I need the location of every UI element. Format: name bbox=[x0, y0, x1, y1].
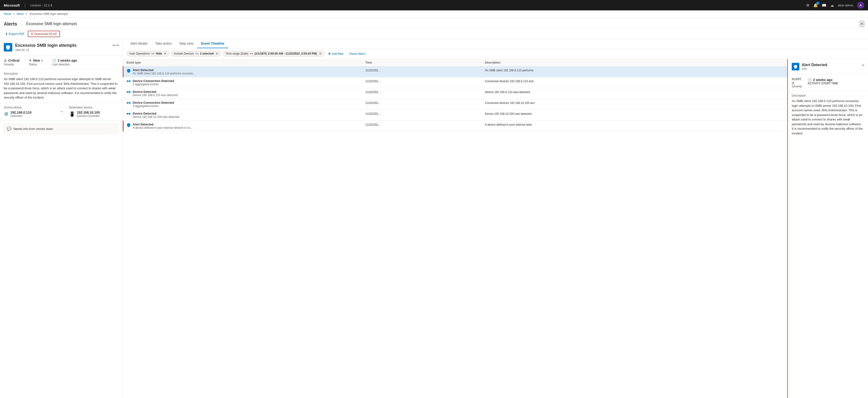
user-avatar[interactable]: A bbox=[857, 2, 864, 9]
alert-shield-icon: ! bbox=[4, 43, 12, 52]
download-pcap-button[interactable]: ⬇ Download PCAP bbox=[28, 31, 60, 37]
arrow-right-icon: → bbox=[59, 109, 63, 114]
filter-user-ops-close-icon[interactable]: ✕ bbox=[164, 52, 167, 56]
detail-desc-label: Description bbox=[792, 94, 864, 97]
detail-severity-sub: Severity bbox=[792, 85, 802, 88]
source-type: Unknown bbox=[10, 114, 32, 118]
filter-chip-time-range[interactable]: Time range (Date) == (1/1/1970, 2:00:00 … bbox=[223, 51, 324, 56]
description-section: Description An SMB client 192.168.0.110 … bbox=[0, 69, 123, 103]
detail-desc-text: An SMB client 192.168.0.110 performs exc… bbox=[792, 99, 864, 136]
destination-ip: 192.168.10.100 bbox=[77, 111, 100, 114]
filter-devices-val: 2 selected bbox=[200, 52, 214, 55]
brand-name: Microsoft bbox=[4, 3, 20, 7]
tab-alert-details[interactable]: Alert details bbox=[127, 39, 151, 48]
destination-type: Domain Controller bbox=[77, 114, 100, 118]
action-bar: ⬇ Export PDF ⬇ Download PCAP bbox=[0, 29, 868, 39]
svg-rect-11 bbox=[127, 113, 128, 115]
col-header-event-type: Event type bbox=[127, 61, 365, 64]
filter-time-close-icon[interactable]: ✕ bbox=[319, 52, 322, 56]
add-filter-button[interactable]: ✚ Add filter bbox=[326, 51, 346, 56]
event-sub: Device 192.168.0.110 was detected bbox=[133, 93, 178, 97]
status-value: New bbox=[33, 59, 40, 62]
destination-device-label: Destination device bbox=[69, 106, 119, 109]
tab-map-view[interactable]: Map view bbox=[176, 39, 197, 48]
status-icon: ✦ bbox=[29, 59, 32, 62]
table-row[interactable]: Device Connection Detected 3 aggregated … bbox=[123, 99, 787, 110]
clock-icon: 🕐 bbox=[52, 59, 56, 62]
event-description: Device 192.168.0.110 was detected bbox=[485, 90, 783, 94]
device-section: Source device 🖥 192.168.0.110 Unknown → … bbox=[0, 103, 123, 121]
event-time: 11/22/202... bbox=[365, 101, 485, 105]
cloud-icon[interactable]: ☁ bbox=[830, 3, 834, 7]
alert-icon: ! bbox=[127, 68, 131, 74]
table-row[interactable]: Device Detected Device 192.168.0.110 was… bbox=[123, 88, 787, 99]
detail-number: 225 bbox=[802, 67, 827, 70]
detail-time: 🕐 2 weeks ago Activity start time bbox=[808, 78, 838, 88]
filter-user-ops-val: Hide bbox=[156, 52, 162, 55]
alert-icon: ! bbox=[127, 123, 131, 128]
filter-chip-user-operations[interactable]: User Operations == Hide ✕ bbox=[127, 51, 169, 56]
collapse-button[interactable]: ⇐⇒ bbox=[113, 43, 119, 48]
notifications-icon[interactable]: 🔔 0 bbox=[813, 3, 818, 7]
svg-rect-5 bbox=[127, 91, 128, 93]
nav-icons-group: ⚙ 🔔 0 📖 ☁ alice-admin A bbox=[806, 2, 864, 9]
table-row[interactable]: Device Connection Detected 4 aggregated … bbox=[123, 77, 787, 88]
alert-header-card: ! Excessive SMB login attempts Alert ID:… bbox=[0, 39, 123, 56]
event-sub: 3 aggregated events bbox=[133, 105, 174, 108]
event-name: Device Connection Detected bbox=[133, 79, 174, 83]
device-icon bbox=[127, 112, 131, 117]
svg-text:!: ! bbox=[795, 66, 796, 68]
table-row[interactable]: ! Alert Detected A device defined in you… bbox=[123, 121, 787, 132]
left-panel: ! Excessive SMB login attempts Alert ID:… bbox=[0, 39, 123, 398]
svg-rect-9 bbox=[129, 102, 130, 104]
device-connection-icon bbox=[127, 101, 131, 107]
event-sub: Device 192.168.10.100 was detected bbox=[133, 115, 179, 119]
table-row[interactable]: ! Alert Detected An SMB client 192.168.0… bbox=[123, 66, 787, 77]
top-navigation: Microsoft | contoso - 22.2.6 ⚙ 🔔 0 📖 ☁ a… bbox=[0, 0, 868, 10]
tab-take-action[interactable]: Take action bbox=[151, 39, 176, 48]
source-ip: 192.168.0.110 bbox=[10, 111, 32, 114]
svg-rect-6 bbox=[129, 91, 130, 93]
breadcrumb-alerts[interactable]: Alerts bbox=[17, 12, 24, 16]
download-icon: ⬇ bbox=[5, 32, 8, 36]
tab-event-timeline[interactable]: Event Timeline bbox=[197, 39, 228, 48]
comment-section[interactable]: 💬 Needs info from vendor team bbox=[4, 123, 119, 134]
settings-icon[interactable]: ⚙ bbox=[806, 3, 809, 7]
severity-critical-icon: ⚠ bbox=[4, 59, 7, 62]
last-detection-meta: 🕐 2 weeks ago Last detection bbox=[52, 59, 77, 66]
device-connection-icon bbox=[127, 79, 131, 85]
breadcrumb-home[interactable]: Home bbox=[4, 12, 11, 16]
alert-metadata: ⚠ Critical Severity ✦ New ▾ Status 🕐 2 w… bbox=[0, 56, 123, 69]
last-detection-label: Last detection bbox=[52, 63, 77, 66]
event-table: Event type Time Description ! bbox=[123, 59, 788, 398]
alert-title: Excessive SMB login attempts bbox=[15, 43, 76, 48]
svg-text:!: ! bbox=[128, 124, 129, 126]
event-sub: An SMB client 192.168.0.110 performs exc… bbox=[133, 72, 195, 75]
main-content: ! Excessive SMB login attempts Alert ID:… bbox=[0, 39, 868, 398]
event-time: 11/22/202... bbox=[365, 79, 485, 83]
clock-small-icon: 🕐 bbox=[808, 78, 812, 82]
filter-chip-include-devices[interactable]: Include Devices == 2 selected ✕ bbox=[171, 51, 221, 56]
detail-panel-header: ! Alert Detected 225 » bbox=[788, 59, 868, 75]
status-chevron-icon[interactable]: ▾ bbox=[41, 59, 43, 62]
export-pdf-button[interactable]: ⬇ Export PDF bbox=[4, 31, 26, 37]
source-device-label: Source device bbox=[4, 106, 54, 109]
book-icon[interactable]: 📖 bbox=[822, 3, 827, 7]
alert-id: Alert ID: 21 bbox=[15, 49, 76, 52]
severity-value: Critical bbox=[8, 59, 19, 62]
event-name: Device Detected bbox=[133, 112, 179, 115]
filter-devices-close-icon[interactable]: ✕ bbox=[216, 52, 218, 56]
table-header: Event type Time Description bbox=[123, 59, 787, 66]
event-name: Alert Detected bbox=[133, 68, 195, 72]
table-row[interactable]: Device Detected Device 192.168.10.100 wa… bbox=[123, 110, 787, 121]
filters-bar: User Operations == Hide ✕ Include Device… bbox=[123, 49, 868, 59]
detail-expand-icon[interactable]: » bbox=[862, 63, 864, 67]
reset-filters-button[interactable]: Reset filters bbox=[347, 51, 368, 56]
plus-icon: ✚ bbox=[328, 52, 331, 56]
status-label: Status bbox=[29, 63, 43, 66]
filter-time-key: Time range (Date) bbox=[225, 52, 248, 55]
close-button[interactable]: ✕ bbox=[860, 21, 864, 27]
version-label: contoso - 22.2.6 bbox=[30, 4, 52, 7]
detail-title: Alert Detected bbox=[802, 63, 827, 67]
event-time: 11/22/202... bbox=[365, 122, 485, 126]
